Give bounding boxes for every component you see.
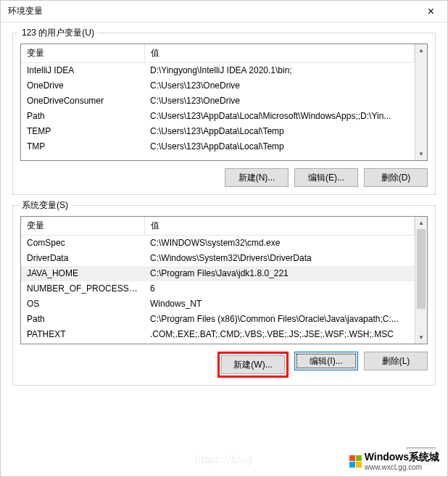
table-row[interactable]: TMPC:\Users\123\AppData\Local\Temp	[21, 139, 415, 154]
table-row[interactable]: NUMBER_OF_PROCESSORS6	[21, 281, 415, 296]
cell-var: ComSpec	[21, 236, 144, 251]
cell-var: IntelliJ IDEA	[21, 63, 144, 78]
env-vars-window: 环境变量 × 123 的用户变量(U) 变量 值	[0, 0, 448, 477]
watermark: Windows系统城 www.wxcLgg.com	[347, 449, 442, 473]
cell-value: C:\Users\123\AppData\Local\Temp	[144, 139, 415, 154]
titlebar: 环境变量 ×	[1, 1, 447, 22]
cell-value: C:\Users\123\OneDrive	[144, 94, 415, 109]
user-delete-button[interactable]: 删除(D)	[364, 168, 428, 187]
user-buttons: 新建(N)... 编辑(E)... 删除(D)	[20, 168, 428, 187]
header-var[interactable]: 变量	[21, 44, 144, 63]
user-vars-table-wrap: 变量 值 IntelliJ IDEAD:\Yingyong\IntelliJ I…	[20, 43, 428, 161]
table-row[interactable]: PathC:\Program Files (x86)\Common Files\…	[21, 312, 415, 327]
cell-value: D:\Yingyong\IntelliJ IDEA 2020.1\bin;	[144, 63, 415, 78]
user-vars-table[interactable]: 变量 值 IntelliJ IDEAD:\Yingyong\IntelliJ I…	[21, 44, 415, 154]
table-header-row: 变量 值	[21, 44, 415, 63]
scroll-thumb[interactable]	[417, 229, 426, 309]
system-buttons: 新建(W)... 编辑(I)... 删除(L)	[20, 352, 428, 378]
table-row[interactable]: OneDriveConsumerC:\Users\123\OneDrive	[21, 94, 415, 109]
user-new-button[interactable]: 新建(N)...	[225, 168, 289, 187]
table-row[interactable]: IntelliJ IDEAD:\Yingyong\IntelliJ IDEA 2…	[21, 63, 415, 78]
header-value[interactable]: 值	[144, 217, 415, 236]
content-area: 123 的用户变量(U) 变量 值 IntelliJ IDE	[1, 22, 447, 447]
scroll-up-icon[interactable]: ▲	[415, 217, 427, 229]
cell-var: OS	[21, 296, 144, 312]
user-scrollbar[interactable]: ▲ ▼	[415, 44, 427, 160]
cell-var: OneDriveConsumer	[21, 94, 144, 109]
cell-value: C:\Users\123\OneDrive	[144, 78, 415, 94]
cell-value: C:\Windows\System32\Drivers\DriverData	[144, 251, 415, 266]
cell-var: TMP	[21, 139, 144, 154]
watermark-url: www.wxcLgg.com	[365, 464, 439, 471]
highlight-annotation: 新建(W)...	[217, 352, 289, 378]
system-vars-group: 系统变量(S) 变量 值 ComSpecC:\WINDOWS	[12, 205, 436, 386]
close-button[interactable]: ×	[415, 1, 447, 22]
cell-value: C:\Users\123\AppData\Local\Temp	[144, 124, 415, 139]
cell-value: C:\Program Files (x86)\Common Files\Orac…	[144, 312, 415, 327]
system-delete-button[interactable]: 删除(L)	[364, 352, 428, 370]
user-vars-label: 123 的用户变量(U)	[19, 27, 97, 39]
cell-var: Path	[21, 109, 144, 124]
scroll-up-icon[interactable]: ▲	[415, 44, 427, 57]
scroll-down-icon[interactable]: ▼	[415, 331, 427, 344]
table-row[interactable]: PATHEXT.COM;.EXE;.BAT;.CMD;.VBS;.VBE;.JS…	[21, 327, 415, 342]
table-row[interactable]: OSWindows_NT	[21, 296, 415, 312]
close-icon: ×	[428, 5, 434, 18]
window-title: 环境变量	[8, 5, 43, 17]
table-row[interactable]: ComSpecC:\WINDOWS\system32\cmd.exe	[21, 236, 415, 251]
cell-value: C:\Program Files\Java\jdk1.8.0_221	[144, 266, 415, 281]
table-row[interactable]: DriverDataC:\Windows\System32\Drivers\Dr…	[21, 251, 415, 266]
system-new-button[interactable]: 新建(W)...	[221, 355, 285, 374]
cell-var: PATHEXT	[21, 327, 144, 342]
cell-var: DriverData	[21, 251, 144, 266]
table-row[interactable]: PathC:\Users\123\AppData\Local\Microsoft…	[21, 109, 415, 124]
table-row[interactable]: TEMPC:\Users\123\AppData\Local\Temp	[21, 124, 415, 139]
cell-var: JAVA_HOME	[21, 266, 144, 281]
cell-var: NUMBER_OF_PROCESSORS	[21, 281, 144, 296]
cell-value: C:\Users\123\AppData\Local\Microsoft\Win…	[144, 109, 415, 124]
cell-value: .COM;.EXE;.BAT;.CMD;.VBS;.VBE;.JS;.JSE;.…	[144, 327, 415, 342]
header-value[interactable]: 值	[144, 44, 415, 63]
windows-logo-icon	[349, 455, 362, 468]
system-vars-label: 系统变量(S)	[19, 199, 71, 212]
system-scrollbar[interactable]: ▲ ▼	[415, 217, 427, 344]
table-row[interactable]: OneDriveC:\Users\123\OneDrive	[21, 78, 415, 94]
watermark-text: Windows系统城 www.wxcLgg.com	[365, 451, 439, 471]
cell-value: 6	[144, 281, 415, 296]
system-vars-table-wrap: 变量 值 ComSpecC:\WINDOWS\system32\cmd.exeD…	[20, 216, 428, 344]
table-header-row: 变量 值	[21, 217, 415, 236]
system-vars-table[interactable]: 变量 值 ComSpecC:\WINDOWS\system32\cmd.exeD…	[21, 217, 415, 342]
cell-var: OneDrive	[21, 78, 144, 94]
watermark-brand: Windows系统城	[365, 451, 439, 463]
cell-value: Windows_NT	[144, 296, 415, 312]
header-var[interactable]: 变量	[21, 217, 144, 236]
cell-value: C:\WINDOWS\system32\cmd.exe	[144, 236, 415, 251]
user-edit-button[interactable]: 编辑(E)...	[294, 168, 358, 187]
scroll-down-icon[interactable]: ▼	[415, 148, 427, 160]
cell-var: Path	[21, 312, 144, 327]
user-vars-group: 123 的用户变量(U) 变量 值 IntelliJ IDE	[12, 33, 436, 195]
table-row[interactable]: JAVA_HOMEC:\Program Files\Java\jdk1.8.0_…	[21, 266, 415, 281]
system-edit-button[interactable]: 编辑(I)...	[294, 352, 358, 370]
cell-var: TEMP	[21, 124, 144, 139]
